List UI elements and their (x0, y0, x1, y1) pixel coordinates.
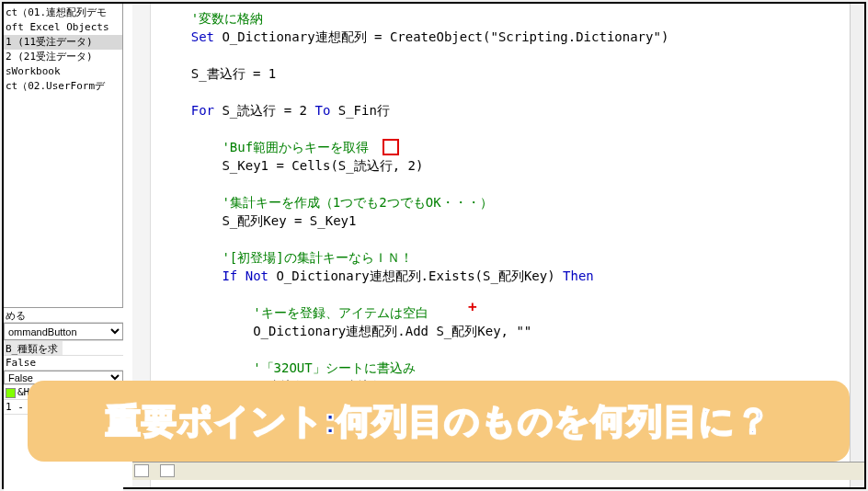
prop-value[interactable]: False (4, 356, 123, 370)
color-swatch-icon (6, 388, 16, 398)
tree-item[interactable]: oft Excel Objects (4, 20, 122, 35)
status-bar (132, 462, 864, 480)
tree-item[interactable]: 2 (21受注データ) (4, 50, 122, 64)
view-mode-button[interactable] (134, 464, 149, 477)
highlight-box (383, 139, 399, 155)
prop-header: B_種類を求 (4, 341, 63, 355)
cursor-marker: + (468, 298, 477, 315)
prop-label: める (4, 308, 63, 322)
tree-item[interactable]: sWorkbook (4, 64, 122, 79)
view-mode-button[interactable] (160, 464, 175, 477)
overlay-banner: 重要ポイント:何列目のものを何列目に？ (28, 381, 850, 462)
object-selector[interactable]: ommandButton (4, 323, 123, 340)
tree-item[interactable]: ct（01.連想配列デモ (4, 6, 122, 20)
banner-text: 重要ポイント:何列目のものを何列目に？ (106, 398, 772, 445)
project-tree[interactable]: ct（01.連想配列デモ oft Excel Objects 1 (11受注デー… (4, 4, 122, 94)
tree-item[interactable]: ct（02.UserFormデ (4, 79, 122, 94)
tree-item[interactable]: 1 (11受注データ) (4, 35, 122, 50)
